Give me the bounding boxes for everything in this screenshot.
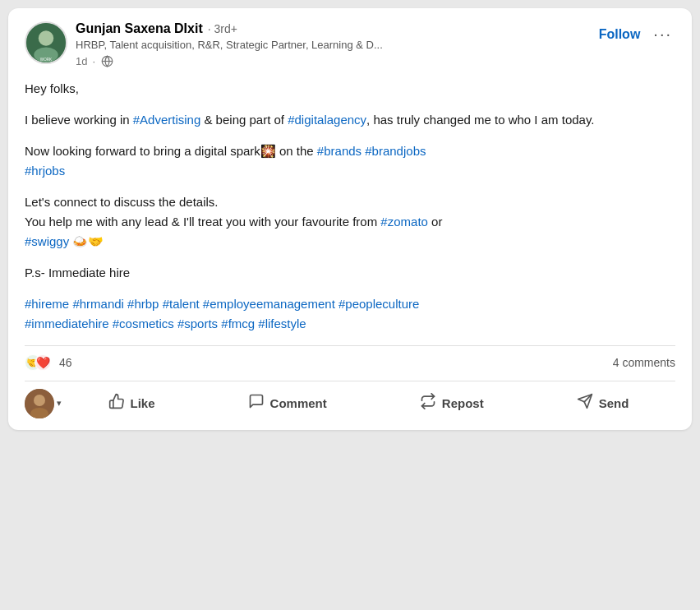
hashtag-peopleculture[interactable]: #peopleculture xyxy=(338,297,419,311)
follow-button[interactable]: Follow xyxy=(599,24,641,45)
reactions-row: 🤝 ❤️ 46 4 comments xyxy=(25,345,675,377)
greeting-line: Hey folks, xyxy=(25,79,675,99)
send-icon xyxy=(577,393,593,414)
actions-row: ▾ Like Comment xyxy=(25,381,675,430)
hashtag-hrmandi[interactable]: #hrmandi xyxy=(72,297,124,311)
comment-button[interactable]: Comment xyxy=(238,386,337,420)
hashtag-employeemanagement[interactable]: #employeemanagement xyxy=(203,297,335,311)
comments-count[interactable]: 4 comments xyxy=(613,356,675,369)
reactions-left: 🤝 ❤️ 46 xyxy=(25,354,72,371)
ps-line: P.s- Immediate hire xyxy=(25,263,675,283)
connection-degree: · 3rd+ xyxy=(208,22,237,35)
user-avatar[interactable] xyxy=(25,389,54,418)
hashtag-brands[interactable]: #brands xyxy=(317,144,362,158)
globe-icon xyxy=(100,54,113,67)
action-buttons: Like Comment xyxy=(62,386,675,420)
author-name[interactable]: Gunjan Saxena DIxit xyxy=(76,21,203,36)
hashtag-hrbp[interactable]: #hrbp xyxy=(127,297,159,311)
hashtag-talent[interactable]: #talent xyxy=(163,297,200,311)
send-button[interactable]: Send xyxy=(567,386,639,420)
svg-point-7 xyxy=(34,395,45,406)
hashtag-swiggy[interactable]: #swiggy xyxy=(25,234,69,248)
hashtag-digitalagency[interactable]: #digitalagency xyxy=(288,113,366,127)
comment-icon xyxy=(248,393,265,414)
hashtags-block: #hireme #hrmandi #hrbp #talent #employee… xyxy=(25,294,675,334)
header-actions: Follow ··· xyxy=(599,21,675,47)
post-header: WORK Gunjan Saxena DIxit · 3rd+ HRBP, Ta… xyxy=(25,21,675,67)
reaction-emoji-2: ❤️ xyxy=(35,354,51,371)
comment-label: Comment xyxy=(270,396,327,410)
dot-separator: · xyxy=(92,55,95,67)
like-label: Like xyxy=(131,396,155,410)
post-time: 1d xyxy=(76,55,87,67)
repost-icon xyxy=(420,393,436,414)
hashtag-lifestyle[interactable]: #lifestyle xyxy=(258,317,306,330)
profile-info: Gunjan Saxena DIxit · 3rd+ HRBP, Talent … xyxy=(76,21,383,67)
user-avatar-group: ▾ xyxy=(25,389,62,418)
more-options-button[interactable]: ··· xyxy=(650,21,675,47)
more-icon: ··· xyxy=(653,25,672,44)
repost-label: Repost xyxy=(442,396,484,410)
hashtag-hrjobs[interactable]: #hrjobs xyxy=(25,164,65,178)
looking-forward-line: Now looking forward to bring a digital s… xyxy=(25,141,675,181)
like-icon xyxy=(108,393,125,414)
post-meta: 1d · xyxy=(76,54,383,67)
hashtag-hireme[interactable]: #hireme xyxy=(25,297,69,311)
post-card: WORK Gunjan Saxena DIxit · 3rd+ HRBP, Ta… xyxy=(8,8,692,430)
hashtag-cosmetics[interactable]: #cosmetics xyxy=(113,317,174,330)
hashtag-immediatehire[interactable]: #immediatehire xyxy=(25,317,109,330)
repost-button[interactable]: Repost xyxy=(410,386,494,420)
hashtag-fmcg[interactable]: #fmcg xyxy=(221,317,255,330)
author-info: WORK Gunjan Saxena DIxit · 3rd+ HRBP, Ta… xyxy=(25,21,383,67)
hashtag-sports[interactable]: #sports xyxy=(177,317,218,330)
hashtag-advertising[interactable]: #Advertising xyxy=(133,113,201,127)
hashtag-brandjobs[interactable]: #brandjobs xyxy=(365,144,426,158)
hashtag-zomato[interactable]: #zomato xyxy=(380,215,428,229)
reaction-emojis: 🤝 ❤️ xyxy=(25,354,48,371)
author-tagline: HRBP, Talent acquisition, R&R, Strategic… xyxy=(76,38,383,53)
send-label: Send xyxy=(599,396,629,410)
name-row: Gunjan Saxena DIxit · 3rd+ xyxy=(76,21,383,36)
svg-point-1 xyxy=(39,30,53,45)
avatar[interactable]: WORK xyxy=(25,21,67,64)
post-body: Hey folks, I believe working in #Adverti… xyxy=(25,79,675,334)
belief-line: I believe working in #Advertising & bein… xyxy=(25,110,675,130)
like-button[interactable]: Like xyxy=(99,386,165,420)
svg-text:WORK: WORK xyxy=(40,58,53,62)
connect-line: Let's connect to discuss the details. Yo… xyxy=(25,192,675,252)
reactions-count: 46 xyxy=(59,356,72,369)
